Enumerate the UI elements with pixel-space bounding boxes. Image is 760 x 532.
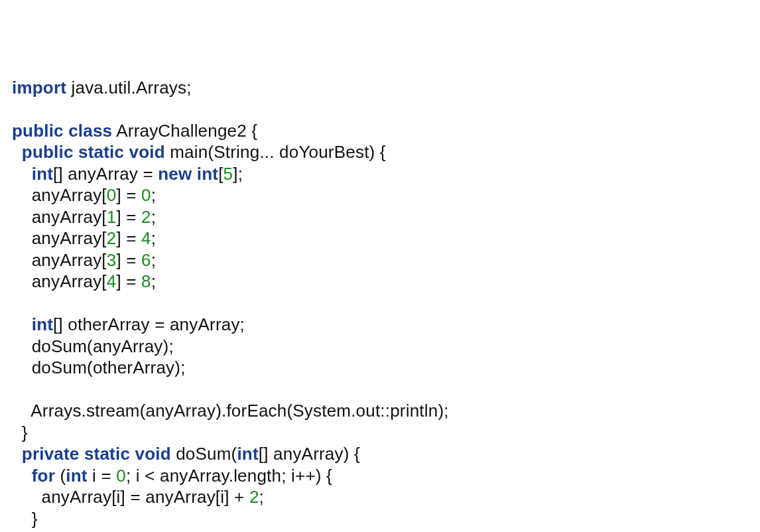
code-token: ] = bbox=[116, 228, 141, 248]
code-token: i = bbox=[88, 466, 117, 486]
code-block: import java.util.Arrays; public class Ar… bbox=[12, 77, 748, 533]
code-token: int bbox=[237, 444, 258, 464]
code-token: 2 bbox=[107, 228, 117, 248]
code-token: anyArray[ bbox=[12, 185, 107, 205]
code-token: } bbox=[12, 423, 28, 442]
code-token: 0 bbox=[107, 185, 117, 205]
code-token: 2 bbox=[249, 487, 259, 507]
code-token: } bbox=[12, 509, 38, 529]
code-token: private static void bbox=[22, 444, 171, 464]
code-token: Arrays.stream(anyArray).forEach(System.o… bbox=[12, 401, 449, 421]
code-token: anyArray[ bbox=[12, 250, 107, 270]
code-token: anyArray[ bbox=[12, 207, 107, 227]
code-token: java.util.Arrays; bbox=[66, 78, 192, 98]
code-token: ; bbox=[259, 487, 264, 507]
code-token: public static void bbox=[22, 142, 165, 162]
code-token: [] otherArray = anyArray; bbox=[53, 314, 245, 334]
code-token: 8 bbox=[141, 271, 151, 291]
code-token: ] = bbox=[116, 207, 141, 227]
code-token bbox=[12, 142, 22, 162]
code-token: doSum( bbox=[171, 444, 237, 464]
code-token: ] = bbox=[116, 185, 141, 205]
code-token bbox=[12, 164, 32, 184]
code-token: import bbox=[12, 78, 66, 98]
code-token: ( bbox=[55, 466, 66, 486]
code-token: 3 bbox=[107, 250, 117, 270]
code-token: 0 bbox=[141, 185, 151, 205]
code-token: [] anyArray = bbox=[53, 164, 158, 184]
code-token: int bbox=[66, 466, 87, 486]
code-token bbox=[12, 466, 32, 486]
code-token: int bbox=[32, 314, 53, 334]
code-token: 4 bbox=[141, 228, 151, 248]
code-token bbox=[12, 444, 22, 464]
code-token: public class bbox=[12, 121, 112, 141]
code-token: ; i < anyArray.length; i++) { bbox=[126, 466, 332, 486]
code-token: anyArray[i] = anyArray[i] + bbox=[12, 487, 249, 507]
code-token: 2 bbox=[141, 207, 151, 227]
code-token: 0 bbox=[116, 466, 126, 486]
code-token: doSum(otherArray); bbox=[12, 358, 186, 377]
code-token: ]; bbox=[233, 164, 243, 184]
code-token: ] = bbox=[116, 250, 141, 270]
code-token: ; bbox=[151, 250, 156, 270]
code-token: anyArray[ bbox=[12, 271, 107, 291]
code-token: ; bbox=[151, 228, 156, 248]
code-token: anyArray[ bbox=[12, 228, 107, 248]
code-token: new int bbox=[158, 164, 218, 184]
code-token: doSum(anyArray); bbox=[12, 336, 174, 356]
code-token: 6 bbox=[141, 250, 151, 270]
code-token: 1 bbox=[107, 207, 117, 227]
code-token: ] = bbox=[116, 271, 141, 291]
code-token: ; bbox=[151, 271, 156, 291]
code-token: for bbox=[32, 466, 55, 486]
code-token: ; bbox=[151, 207, 156, 227]
code-token: 4 bbox=[107, 271, 117, 291]
code-token: ; bbox=[151, 185, 156, 205]
code-token: 5 bbox=[223, 164, 233, 184]
code-token: main(String... doYourBest) { bbox=[165, 142, 386, 162]
code-token: ArrayChallenge2 { bbox=[112, 121, 257, 141]
code-token: int bbox=[32, 164, 53, 184]
code-token: [] anyArray) { bbox=[259, 444, 360, 464]
code-token bbox=[12, 314, 32, 334]
code-token: [ bbox=[218, 164, 223, 184]
